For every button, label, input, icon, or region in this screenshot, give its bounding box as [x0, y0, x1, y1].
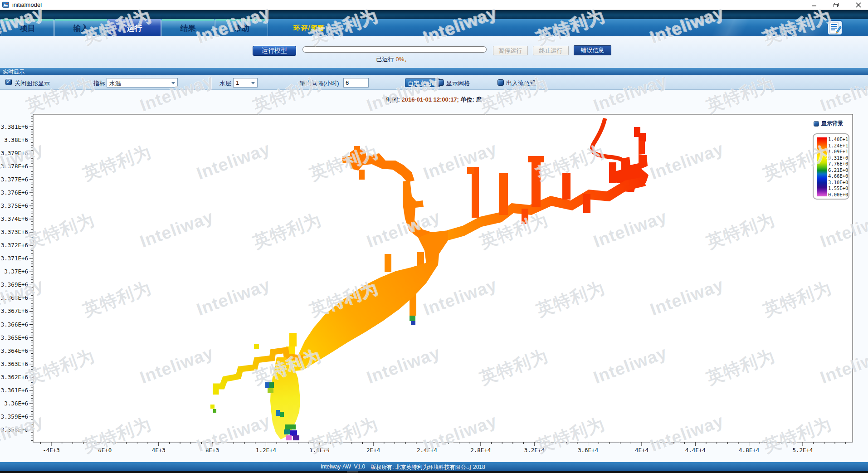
realtime-controls: 关闭图形显示 指标 水温 水层 1 输出间隔(小时) 自定义图谱 显示网格 出入… — [0, 75, 868, 90]
legend-value: 1.40E+1 — [828, 137, 850, 143]
indicator-select[interactable]: 水温 — [107, 78, 178, 88]
legend-value: 0.00E+0 — [828, 192, 850, 198]
x-tick-label: 3.6E+4 — [578, 447, 598, 453]
app-icon — [2, 1, 9, 8]
y-tick-label: 3.376E+6 — [1, 189, 28, 196]
map-region — [354, 146, 360, 154]
legend-value: 9.31E+0 — [828, 155, 850, 161]
menu-tab[interactable]: 结果 — [161, 19, 215, 36]
layer-value: 1 — [236, 79, 239, 86]
pause-run-button[interactable]: 暂停运行 — [493, 46, 528, 55]
map-region — [342, 156, 350, 163]
y-tick-label: 3.377E+6 — [1, 176, 28, 183]
plot-area — [33, 114, 853, 442]
run-status-text: 已运行0%。 — [345, 55, 442, 63]
close-icon — [856, 2, 861, 8]
x-tick-label: 1.6E+4 — [309, 447, 330, 453]
x-tick-label: 4E+4 — [635, 447, 649, 453]
close-graphics-label: 关闭图形显示 — [15, 79, 50, 88]
env-warning-label: 环评/预警 — [293, 24, 325, 33]
y-tick-label: 3.368E+6 — [1, 294, 28, 301]
run-status-percent: 0%。 — [396, 56, 410, 63]
map-region — [286, 435, 292, 440]
menu-tab[interactable]: 帮助 — [215, 19, 268, 36]
map-region — [410, 316, 415, 321]
y-tick-label: 3.366E+6 — [1, 321, 28, 328]
run-model-button[interactable]: 运行模型 — [253, 46, 296, 56]
map-region — [213, 409, 216, 413]
map-region — [254, 344, 259, 349]
taskbar-blob — [347, 471, 358, 473]
output-interval-label: 输出间隔(小时) — [300, 79, 339, 88]
map-region — [280, 412, 284, 417]
chart-content: 时间: 2016-01-01 12:00:17; 单位: 度 -4E+30E+0… — [0, 90, 868, 462]
y-tick-label: 3.361E+6 — [1, 387, 28, 394]
report-edit-icon[interactable] — [827, 20, 843, 35]
layer-select[interactable]: 1 — [233, 78, 258, 88]
map-region — [285, 424, 296, 429]
map-region — [293, 435, 299, 440]
close-graphics-checkbox[interactable] — [5, 79, 12, 85]
menu-tab[interactable]: 运行 — [108, 19, 161, 36]
map-region — [269, 382, 274, 388]
restore-icon — [833, 2, 839, 8]
legend-value: 1.09E+1 — [828, 149, 850, 155]
window-title: initialmodel — [12, 1, 42, 8]
menu-tabs: 项目输入运行结果帮助 — [1, 19, 268, 36]
legend-value: 6.21E+0 — [828, 167, 850, 174]
map-region — [411, 321, 415, 325]
map-region — [284, 429, 290, 434]
stop-run-button[interactable]: 终止运行 — [533, 46, 569, 55]
close-button[interactable] — [851, 0, 866, 10]
inout-flow-checkbox[interactable] — [497, 79, 504, 86]
map-region — [268, 388, 273, 393]
y-tick-label: 3.381E+6 — [1, 123, 28, 130]
minimize-button[interactable] — [806, 0, 822, 10]
indicator-label: 指标 — [93, 79, 105, 88]
x-tick-label: 2E+4 — [366, 447, 380, 453]
custom-palette-button[interactable]: 自定义图谱 — [405, 78, 440, 87]
show-grid-checkbox[interactable] — [438, 79, 444, 86]
menu-tab[interactable]: 项目 — [1, 19, 54, 36]
map-region — [472, 167, 479, 218]
inout-flow-label: 出入流位置 — [506, 79, 536, 88]
output-interval-input[interactable] — [343, 78, 369, 88]
indicator-value: 水温 — [109, 80, 121, 87]
legend-value: 3.10E+0 — [828, 180, 850, 186]
map-region — [583, 194, 590, 213]
y-tick-label: 3.364E+6 — [1, 347, 28, 354]
legend-value: 4.66E+0 — [828, 173, 850, 180]
app-version: Intelway-AW V1.0 — [321, 463, 365, 470]
chevron-down-icon — [251, 82, 255, 84]
y-tick-label: 3.372E+6 — [1, 242, 28, 249]
copyright-text: 版权所有: 北京英特利为环境科技有限公司 2018 — [371, 463, 485, 471]
menu-tab[interactable]: 输入 — [54, 19, 107, 36]
ribbon-top-strip — [0, 10, 868, 19]
error-info-button[interactable]: 错误信息 — [574, 45, 611, 55]
map-region — [210, 405, 215, 409]
layer-label: 水层 — [219, 79, 231, 88]
y-tick-label: 3.358E+6 — [1, 426, 28, 433]
map-region — [562, 173, 571, 200]
menu-ribbon: 项目输入运行结果帮助 环评/预警 — [0, 19, 868, 36]
legend-value: 7.76E+0 — [828, 161, 850, 167]
y-tick-label: 3.362E+6 — [1, 374, 28, 380]
y-tick-label: 3.369E+6 — [1, 281, 28, 288]
x-tick-label: 4.4E+4 — [685, 447, 706, 453]
x-tick-label: 2.8E+4 — [470, 447, 491, 453]
x-tick-label: 8E+3 — [205, 447, 219, 453]
y-tick-label: 3.363E+6 — [1, 361, 28, 367]
show-background-checkbox[interactable] — [814, 121, 819, 127]
map-region — [276, 410, 280, 416]
map-region — [265, 382, 269, 388]
restore-button[interactable] — [828, 0, 844, 10]
x-tick-label: 1.2E+4 — [256, 447, 276, 453]
map-region — [522, 209, 528, 224]
y-tick-label: 3.373E+6 — [1, 229, 28, 235]
legend-value-list: 1.40E+11.24E+11.09E+19.31E+07.76E+06.21E… — [828, 137, 850, 198]
x-tick-label: 3.2E+4 — [524, 447, 545, 453]
map-region — [639, 141, 645, 154]
run-toolbar: 运行模型 暂停运行 终止运行 错误信息 已运行0%。 — [0, 36, 868, 68]
y-tick-label: 3.367E+6 — [1, 307, 28, 314]
run-status-prefix: 已运行 — [376, 56, 394, 63]
